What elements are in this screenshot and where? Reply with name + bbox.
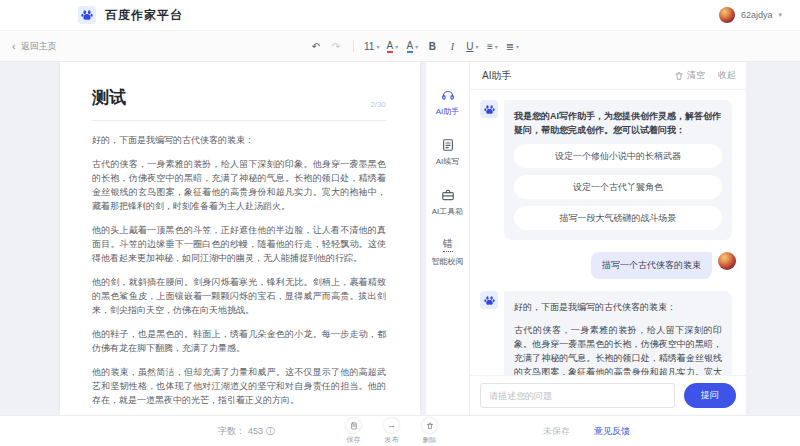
tab-label: AI助手 — [436, 106, 460, 117]
app-header: 百度作家平台 62ajdya ▾ — [0, 0, 800, 30]
ai-message-row: 好的，下面是我编写的古代侠客的装束： 古代的侠客，一身素雅的装扮，给人留下深刻的… — [480, 291, 736, 375]
highlight-color-button[interactable]: A — [402, 35, 422, 57]
tab-ai-continue[interactable]: AI续写 — [436, 138, 460, 167]
ai-avatar — [480, 100, 498, 118]
headset-icon — [441, 88, 455, 102]
align-button[interactable]: ≡ — [482, 35, 502, 57]
tab-label: AI工具箱 — [432, 206, 464, 217]
toolbox-icon — [441, 188, 455, 202]
format-toolbar: ↶ ↷ 11 A A B I U ≡ ≣ — [306, 31, 522, 61]
title-char-counter: 2/30 — [370, 100, 386, 109]
document-paragraph: 他的鞋子，也是黑色的。鞋面上，绣着几朵金色的小龙。每一步走动，都仿佛有龙在脚下翻… — [92, 327, 386, 355]
ai-reply-bubble: 好的，下面是我编写的古代侠客的装束： 古代的侠客，一身素雅的装扮，给人留下深刻的… — [504, 291, 732, 375]
publish-icon: → — [387, 421, 396, 430]
document-editor[interactable]: 测试 2/30 好的，下面是我编写的古代侠客的装束： 古代的侠客，一身素雅的装扮… — [60, 62, 420, 415]
ai-greeting-text: 我是您的AI写作助手，为您提供创作灵感，解答创作疑问，帮助您完成创作。您可以试着… — [514, 109, 722, 137]
list-icon: ≣ — [506, 41, 514, 52]
paw-icon — [484, 295, 495, 306]
ask-button[interactable]: 提问 — [684, 383, 736, 408]
suggestion-pill[interactable]: 设定一个修仙小说中的长柄武器 — [514, 144, 722, 168]
username: 62ajdya — [741, 10, 773, 20]
user-message-row: 描写一个古代侠客的装束 — [480, 252, 736, 279]
clear-label: 清空 — [687, 69, 705, 82]
font-size-value: 11 — [364, 41, 374, 52]
document-body[interactable]: 好的，下面是我编写的古代侠客的装束： 古代的侠客，一身素雅的装扮，给人留下深刻的… — [92, 133, 386, 407]
word-count: 字数：453 ⓘ — [218, 416, 275, 446]
ai-reply-body: 古代的侠客，一身素雅的装扮，给人留下深刻的印象。他身穿一袭墨黑色的长袍，仿佛夜空… — [514, 323, 722, 375]
tab-ai-toolbox[interactable]: AI工具箱 — [432, 188, 464, 217]
document-paragraph: 他的装束，虽然简洁，但却充满了力量和威严。这不仅显示了他的高超武艺和坚韧性格，也… — [92, 365, 386, 407]
suggestion-pill[interactable]: 描写一段大气磅礴的战斗场景 — [514, 206, 722, 230]
ai-tab-rail: AI助手 AI续写 AI工具箱 错 智能校阅 — [426, 62, 470, 415]
chat-input-bar: 提问 — [470, 375, 746, 415]
undo-icon: ↶ — [312, 41, 320, 52]
tab-ai-assistant[interactable]: AI助手 — [436, 88, 460, 117]
title-divider — [92, 120, 386, 121]
feedback-link[interactable]: 意见反馈 — [594, 416, 630, 446]
word-count-value: 453 — [248, 426, 263, 436]
chevron-down-icon: ▾ — [778, 11, 782, 19]
paw-icon — [81, 9, 93, 21]
save-icon — [350, 422, 358, 430]
app-title: 百度作家平台 — [105, 7, 183, 24]
toolbar-divider — [353, 40, 354, 52]
app-logo — [78, 6, 96, 24]
ai-chat-panel: AI助手 清空 收起 — [470, 62, 746, 415]
tab-smart-proofread[interactable]: 错 智能校阅 — [432, 238, 464, 267]
trash-icon — [426, 422, 434, 430]
collapse-panel-button[interactable]: 收起 — [718, 69, 736, 82]
chat-panel-title: AI助手 — [482, 69, 511, 83]
footer-bar: 字数：453 ⓘ 保存 → 发布 删除 未保存 意见反馈 — [0, 415, 800, 446]
back-home-label: 返回主页 — [21, 40, 57, 53]
text-color-button[interactable]: A — [382, 35, 402, 57]
italic-button[interactable]: I — [442, 35, 462, 57]
collapse-label: 收起 — [718, 69, 736, 82]
save-label: 保存 — [347, 435, 361, 445]
document-paragraph: 他的头上戴着一顶黑色的斗笠，正好遮住他的半边脸，让人看不清他的真面目。斗笠的边缘… — [92, 223, 386, 265]
chat-header: AI助手 清空 收起 — [470, 62, 746, 90]
user-avatar — [718, 252, 736, 270]
bold-button[interactable]: B — [422, 35, 442, 57]
publish-label: 发布 — [385, 435, 399, 445]
undo-button[interactable]: ↶ — [306, 35, 326, 57]
publish-button[interactable]: → 发布 — [384, 418, 399, 445]
document-paragraph: 他的剑，就斜插在腰间。剑身闪烁着寒光，锋利无比。剑柄上，裹着精致的黑色鲨鱼皮，上… — [92, 275, 386, 317]
paw-icon — [484, 104, 495, 115]
proofread-icon: 错 — [443, 238, 453, 252]
editor-toolbar: ‹ 返回主页 ↶ ↷ 11 A A B I U ≡ ≣ — [0, 30, 800, 62]
suggestion-pill[interactable]: 设定一个古代丫鬟角色 — [514, 175, 722, 199]
info-icon: ⓘ — [266, 425, 275, 438]
question-input[interactable] — [480, 383, 675, 408]
delete-button[interactable]: 删除 — [422, 418, 437, 445]
underline-button[interactable]: U — [462, 35, 482, 57]
redo-button[interactable]: ↷ — [326, 35, 346, 57]
tab-label: AI续写 — [436, 156, 460, 167]
footer-actions: 保存 → 发布 删除 — [346, 418, 437, 445]
chat-messages[interactable]: 我是您的AI写作助手，为您提供创作灵感，解答创作疑问，帮助您完成创作。您可以试着… — [470, 90, 746, 375]
user-menu[interactable]: 62ajdya ▾ — [719, 7, 782, 23]
font-size-select[interactable]: 11 — [361, 35, 382, 57]
trash-icon — [674, 71, 684, 81]
ai-greeting-bubble: 我是您的AI写作助手，为您提供创作灵感，解答创作疑问，帮助您完成创作。您可以试着… — [504, 100, 732, 240]
user-avatar[interactable] — [719, 7, 735, 23]
clear-chat-button[interactable]: 清空 — [674, 69, 705, 82]
text-color-icon: A — [387, 40, 394, 53]
align-icon: ≡ — [487, 41, 493, 52]
tab-label: 智能校阅 — [432, 256, 464, 267]
ai-reply-intro: 好的，下面是我编写的古代侠客的装束： — [514, 300, 722, 314]
main-area: 测试 2/30 好的，下面是我编写的古代侠客的装束： 古代的侠客，一身素雅的装扮… — [0, 62, 800, 415]
word-count-label: 字数： — [218, 425, 245, 438]
user-message-bubble: 描写一个古代侠客的装束 — [591, 252, 712, 279]
back-home-link[interactable]: ‹ 返回主页 — [12, 31, 57, 61]
list-button[interactable]: ≣ — [502, 35, 522, 57]
document-title-input[interactable]: 测试 — [92, 86, 126, 109]
save-button[interactable]: 保存 — [346, 418, 361, 445]
delete-label: 删除 — [423, 435, 437, 445]
underline-icon: U — [466, 41, 473, 52]
document-icon — [441, 138, 455, 152]
document-paragraph: 古代的侠客，一身素雅的装扮，给人留下深刻的印象。他身穿一袭墨黑色的长袍，仿佛夜空… — [92, 157, 386, 213]
ai-avatar — [480, 291, 498, 309]
highlight-icon: A — [407, 40, 414, 53]
document-paragraph: 好的，下面是我编写的古代侠客的装束： — [92, 133, 386, 147]
chevron-left-icon: ‹ — [12, 41, 16, 52]
